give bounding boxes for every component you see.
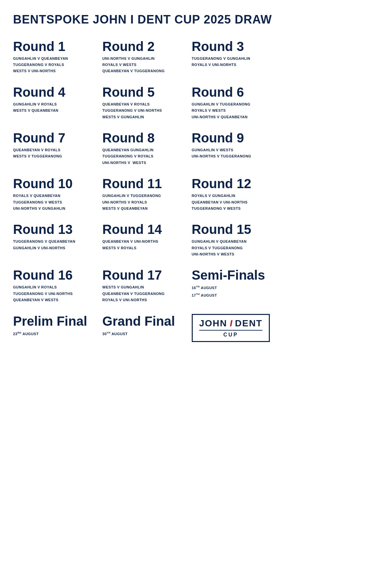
semi-finals-title: Semi-Finals	[192, 268, 276, 282]
round-5-match-3: WESTS V GUNGAHLIN	[102, 115, 187, 120]
round-10-match-1: ROYALS V QUEANBEYAN	[13, 193, 97, 198]
logo-divider	[199, 330, 263, 331]
round-8-block: Round 8 QUEANBEYAN GUNGAHLIN TUGGERANONG…	[102, 127, 191, 173]
round-5-title: Round 5	[102, 85, 187, 99]
round-11-match-2: UNI-NORTHS V ROYALS	[102, 200, 187, 205]
logo-block: JOHN I DENT CUP	[192, 311, 281, 349]
semi-date-1: 16TH AUGUST	[192, 285, 276, 291]
round-17-block: Round 17 WESTS V GUNGAHLIN QUEANBEYAN V …	[102, 265, 191, 310]
semi-finals-block: Semi-Finals 16TH AUGUST 17TH AUGUST	[192, 265, 281, 310]
grand-final-title: Grand Final	[102, 314, 187, 328]
round-16-block: Round 16 GUNGAHLIN V ROYALS TUGGERANONG …	[13, 265, 102, 310]
round-17-match-1: WESTS V GUNGAHLIN	[102, 285, 187, 290]
round-8-match-1: QUEANBEYAN GUNGAHLIN	[102, 148, 187, 153]
round-10-match-2: TUGGERANONG V WESTS	[13, 200, 97, 205]
round-12-block: Round 12 ROYALS V GUNGAHLIN QUEANBEYAN V…	[192, 173, 281, 219]
round-12-title: Round 12	[192, 176, 276, 191]
round-6-title: Round 6	[192, 85, 276, 99]
round-12-match-2: QUEANBEYAN V UNI-NORTHS	[192, 200, 276, 205]
round-16-title: Round 16	[13, 268, 97, 282]
round-14-match-1: QUEANBEYAN V UNI-NORTHS	[102, 239, 187, 244]
round-17-match-3: ROYALS V UNI-NORTHS	[102, 298, 187, 302]
round-14-title: Round 14	[102, 222, 187, 237]
round-2-block: Round 2 UNI-NORTHS V GUNGAHLIN ROYALS V …	[102, 36, 191, 82]
round-1-match-1: GUNGAHLIN V QUEANBEYAN	[13, 56, 97, 61]
round-8-title: Round 8	[102, 131, 187, 145]
round-1-match-2: TUGGERANONG V ROYALS	[13, 62, 97, 67]
round-4-block: Round 4 GUNGAHLIN V ROYALS WESTS V QUEAN…	[13, 82, 102, 127]
round-15-match-1: GUNGAHLIN V QUEANBEYAN	[192, 239, 276, 244]
round-11-block: Round 11 GUNGAHLIN V TUGGERANONG UNI-NOR…	[102, 173, 191, 219]
round-2-match-1: UNI-NORTHS V GUNGAHLIN	[102, 56, 187, 61]
round-5-match-1: QUEANBEYAN V ROYALS	[102, 102, 187, 107]
round-15-title: Round 15	[192, 222, 276, 237]
round-8-match-3: UNI-NORTHS V WESTS	[102, 160, 187, 165]
round-11-match-1: GUNGAHLIN V TUGGERANONG	[102, 193, 187, 198]
round-7-match-1: QUEANBEYAN V ROYALS	[13, 148, 97, 153]
prelim-final-block: Prelim Final 23RD AUGUST	[13, 311, 102, 349]
round-13-title: Round 13	[13, 222, 97, 237]
page-wrapper: BENTSPOKE JOHN I DENT CUP 2025 DRAW Roun…	[13, 13, 281, 349]
prelim-date: 23RD AUGUST	[13, 331, 97, 337]
round-11-title: Round 11	[102, 176, 187, 191]
round-6-match-3: UNI-NORTHS V QUEANBEYAN	[192, 115, 276, 120]
prelim-final-title: Prelim Final	[13, 314, 97, 328]
round-3-match-1: TUGGERANONG V GUNGAHLIN	[192, 56, 276, 61]
round-10-block: Round 10 ROYALS V QUEANBEYAN TUGGERANONG…	[13, 173, 102, 219]
grand-final-date: 30TH AUGUST	[102, 331, 187, 337]
round-16-match-2: TUGGERANONG V UNI-NORTHS	[13, 291, 97, 296]
rounds-grid: Round 1 GUNGAHLIN V QUEANBEYAN TUGGERANO…	[13, 36, 281, 349]
round-2-title: Round 2	[102, 39, 187, 54]
round-6-block: Round 6 GUNGAHLIN V TUGGERANONG ROYALS V…	[192, 82, 281, 127]
logo-dent: DENT	[235, 318, 262, 329]
round-4-match-1: GUNGAHLIN V ROYALS	[13, 102, 97, 107]
round-3-match-2: ROYALS V UNI-NORHTS	[192, 62, 276, 67]
round-6-match-1: GUNGAHLIN V TUGGERANONG	[192, 102, 276, 107]
round-13-match-2: GUNGAHLIN V UNI-NORTHS	[13, 246, 97, 251]
round-13-block: Round 13 TUGGERANONG V QUEANBEYAN GUNGAH…	[13, 219, 102, 265]
round-7-match-2: WESTS V TUGGERANONG	[13, 154, 97, 159]
grand-final-block: Grand Final 30TH AUGUST	[102, 311, 191, 349]
semi-date-2: 17TH AUGUST	[192, 292, 276, 298]
round-9-match-1: GUNGAHLIN V WESTS	[192, 148, 276, 153]
round-5-block: Round 5 QUEANBEYAN V ROYALS TUGGERANONG …	[102, 82, 191, 127]
round-17-title: Round 17	[102, 268, 187, 282]
round-12-match-3: TUGGERANONG V WESTS	[192, 206, 276, 211]
round-5-match-2: TUGGERANONG V UNI-NORTHS	[102, 108, 187, 113]
round-14-block: Round 14 QUEANBEYAN V UNI-NORTHS WESTS V…	[102, 219, 191, 265]
round-14-match-2: WESTS V ROYALS	[102, 246, 187, 251]
round-9-block: Round 9 GUNGAHLIN V WESTS UNI-NORTHS V T…	[192, 127, 281, 173]
logo-top: JOHN I DENT	[199, 318, 263, 329]
round-15-match-2: ROYALS V TUGGERANONG	[192, 246, 276, 251]
round-1-block: Round 1 GUNGAHLIN V QUEANBEYAN TUGGERANO…	[13, 36, 102, 82]
round-4-match-2: WESTS V QUEANBEYAN	[13, 108, 97, 113]
round-2-match-3: QUEANBEYAN V TUGGERANONG	[102, 69, 187, 74]
logo-container: JOHN I DENT CUP	[192, 314, 270, 342]
round-1-match-3: WESTS V UNI-NORTHS	[13, 69, 97, 74]
round-3-block: Round 3 TUGGERANONG V GUNGAHLIN ROYALS V…	[192, 36, 281, 82]
round-15-block: Round 15 GUNGAHLIN V QUEANBEYAN ROYALS V…	[192, 219, 281, 265]
round-17-match-2: QUEANBEYAN V TUGGERANONG	[102, 291, 187, 296]
logo-cup: CUP	[223, 332, 238, 338]
round-1-title: Round 1	[13, 39, 97, 54]
round-3-title: Round 3	[192, 39, 276, 54]
round-8-match-2: TUGGERANONG V ROYALS	[102, 154, 187, 159]
main-title: BENTSPOKE JOHN I DENT CUP 2025 DRAW	[13, 13, 281, 26]
round-2-match-2: ROYALS V WESTS	[102, 62, 187, 67]
round-7-title: Round 7	[13, 131, 97, 145]
round-6-match-2: ROYALS V WESTS	[192, 108, 276, 113]
round-9-match-2: UNI-NORTHS V TUGGERANONG	[192, 154, 276, 159]
round-15-match-3: UNI-NORTHS V WESTS	[192, 252, 276, 257]
round-16-match-3: QUEANBEYAN V WESTS	[13, 298, 97, 302]
round-12-match-1: ROYALS V GUNGAHLIN	[192, 193, 276, 198]
round-13-match-1: TUGGERANONG V QUEANBEYAN	[13, 239, 97, 244]
round-10-title: Round 10	[13, 176, 97, 191]
logo-john: JOHN	[199, 318, 227, 329]
round-7-block: Round 7 QUEANBEYAN V ROYALS WESTS V TUGG…	[13, 127, 102, 173]
logo-i: I	[230, 318, 232, 329]
round-11-match-3: WESTS V QUEANBEYAN	[102, 206, 187, 211]
round-16-match-1: GUNGAHLIN V ROYALS	[13, 285, 97, 290]
round-10-match-3: UNI-NORTHS V GUNGAHLIN	[13, 206, 97, 211]
round-9-title: Round 9	[192, 131, 276, 145]
round-4-title: Round 4	[13, 85, 97, 99]
